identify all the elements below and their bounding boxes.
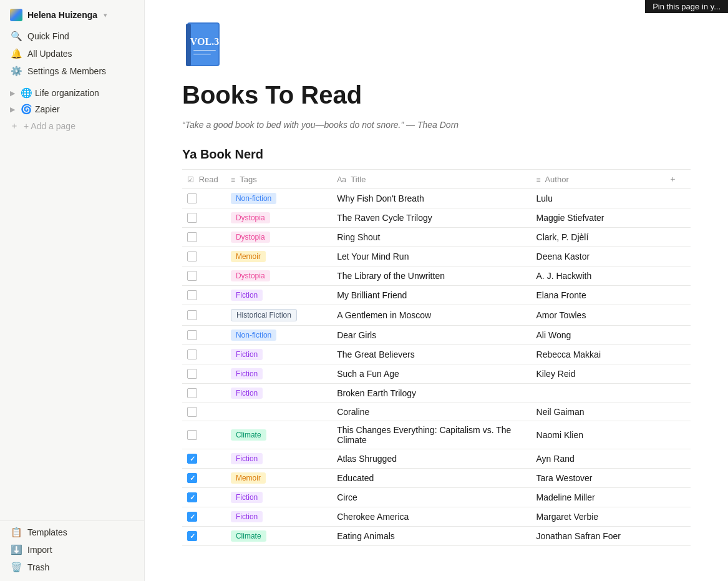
sidebar-item-all-updates[interactable]: 🔔 All Updates: [2, 45, 142, 62]
sidebar-item-label: Trash: [27, 562, 49, 572]
read-checkbox[interactable]: [187, 531, 197, 541]
table-row: Historical FictionA Gentlemen in MoscowA…: [182, 305, 691, 326]
books-table: ☑ Read ≡ Tags Aa Title ≡ Author ＋ Non-: [182, 169, 691, 546]
book-author: Rebecca Makkai: [531, 345, 664, 364]
book-title[interactable]: Such a Fun Age: [332, 364, 531, 384]
col-header-read: ☑ Read: [182, 170, 226, 189]
book-title[interactable]: This Changes Everything: Capitalism vs. …: [332, 421, 531, 449]
tag-badge: Fiction: [231, 511, 263, 522]
col-header-author: ≡ Author: [531, 170, 664, 189]
tag-badge: Fiction: [231, 349, 263, 360]
list-icon: ≡: [231, 175, 235, 184]
book-author: Madeline Miller: [531, 488, 664, 507]
add-page-label: + Add a page: [24, 121, 75, 131]
read-checkbox[interactable]: [187, 430, 197, 440]
sidebar-item-import[interactable]: ⬇️ Import: [2, 541, 142, 559]
book-author: Naomi Klien: [531, 421, 664, 449]
user-menu[interactable]: Helena Huizenga ▾: [2, 5, 142, 25]
book-title[interactable]: Broken Earth Trilogy: [332, 384, 531, 403]
book-title[interactable]: The Library of the Unwritten: [332, 266, 531, 286]
tag-badge: Memoir: [231, 251, 266, 262]
book-title[interactable]: Educated: [332, 469, 531, 488]
zapier-icon: 🌀: [20, 104, 32, 115]
book-title[interactable]: Let Your Mind Run: [332, 247, 531, 266]
sidebar: Helena Huizenga ▾ 🔍 Quick Find 🔔 All Upd…: [0, 0, 145, 581]
sidebar-item-label: Templates: [27, 527, 67, 537]
svg-text:VOL.3: VOL.3: [190, 36, 219, 47]
sidebar-item-trash[interactable]: 🗑️ Trash: [2, 559, 142, 576]
sidebar-item-label: All Updates: [27, 49, 72, 59]
read-checkbox[interactable]: [187, 330, 197, 340]
book-title[interactable]: Dear Girls: [332, 326, 531, 345]
book-author: Tara Westover: [531, 469, 664, 488]
table-row: ClimateThis Changes Everything: Capitali…: [182, 421, 691, 449]
table-row: DystopiaThe Library of the UnwrittenA. J…: [182, 266, 691, 286]
read-checkbox[interactable]: [187, 193, 197, 203]
book-title[interactable]: Why Fish Don't Breath: [332, 189, 531, 208]
page-title: Books To Read: [182, 80, 691, 110]
book-title[interactable]: The Raven Cycle Trilogy: [332, 208, 531, 228]
book-title[interactable]: Atlas Shrugged: [332, 449, 531, 469]
sidebar-item-settings[interactable]: ⚙️ Settings & Members: [2, 62, 142, 80]
text-icon: Aa: [337, 175, 346, 184]
read-checkbox[interactable]: [187, 310, 197, 320]
book-title[interactable]: Coraline: [332, 403, 531, 421]
read-checkbox[interactable]: [187, 454, 197, 464]
book-title[interactable]: Circe: [332, 488, 531, 507]
table-row: FictionCherokee AmericaMargaret Verbie: [182, 507, 691, 527]
chevron-right-icon: ▶: [7, 89, 17, 97]
book-author: Kiley Reid: [531, 364, 664, 384]
book-title[interactable]: Cherokee America: [332, 507, 531, 527]
tag-badge: Fiction: [231, 453, 263, 464]
pin-bar: Pin this page in y...: [645, 0, 728, 13]
table-row: MemoirEducatedTara Westover: [182, 469, 691, 488]
read-checkbox[interactable]: [187, 271, 197, 281]
sidebar-item-label: Zapier: [35, 104, 60, 114]
read-checkbox[interactable]: [187, 407, 197, 417]
user-avatar: [10, 9, 22, 21]
sidebar-item-templates[interactable]: 📋 Templates: [2, 524, 142, 541]
tag-badge: Dystopia: [231, 270, 270, 281]
book-author: Neil Gaiman: [531, 403, 664, 421]
read-checkbox[interactable]: [187, 213, 197, 223]
table-row: Non-fictionWhy Fish Don't BreathLulu: [182, 189, 691, 208]
read-checkbox[interactable]: [187, 349, 197, 359]
life-org-icon: 🌐: [20, 87, 32, 99]
read-checkbox[interactable]: [187, 369, 197, 379]
read-checkbox[interactable]: [187, 232, 197, 242]
add-page-button[interactable]: ＋ + Add a page: [2, 117, 142, 135]
sidebar-item-zapier[interactable]: ▶ 🌀 Zapier: [2, 101, 142, 117]
read-checkbox[interactable]: [187, 492, 197, 502]
book-author: Deena Kastor: [531, 247, 664, 266]
page-icon: VOL.3: [182, 20, 691, 72]
sidebar-item-quick-find[interactable]: 🔍 Quick Find: [2, 27, 142, 45]
book-title[interactable]: My Brilliant Friend: [332, 286, 531, 305]
table-row: MemoirLet Your Mind RunDeena Kastor: [182, 247, 691, 266]
trash-icon: 🗑️: [10, 562, 22, 573]
book-author: [531, 384, 664, 403]
tag-badge: Historical Fiction: [231, 309, 297, 321]
book-author: Ali Wong: [531, 326, 664, 345]
sidebar-item-life-org[interactable]: ▶ 🌐 Life organization: [2, 85, 142, 101]
book-title[interactable]: The Great Believers: [332, 345, 531, 364]
read-checkbox[interactable]: [187, 251, 197, 261]
gear-icon: ⚙️: [10, 66, 22, 77]
table-row: FictionCirceMadeline Miller: [182, 488, 691, 507]
book-title[interactable]: A Gentlemen in Moscow: [332, 305, 531, 326]
book-title[interactable]: Eating Animals: [332, 527, 531, 546]
tag-badge: Fiction: [231, 368, 263, 379]
col-header-tags: ≡ Tags: [226, 170, 332, 189]
read-checkbox[interactable]: [187, 388, 197, 398]
book-author: Ayn Rand: [531, 449, 664, 469]
book-title[interactable]: Ring Shout: [332, 228, 531, 247]
tag-badge: Dystopia: [231, 212, 270, 223]
read-checkbox[interactable]: [187, 473, 197, 483]
sidebar-item-label: Import: [27, 545, 52, 555]
read-checkbox[interactable]: [187, 512, 197, 522]
tag-badge: Memoir: [231, 472, 266, 484]
svg-rect-5: [193, 54, 211, 55]
chevron-down-icon: ▾: [104, 11, 107, 19]
book-author: Elana Fronte: [531, 286, 664, 305]
read-checkbox[interactable]: [187, 290, 197, 300]
add-column-button[interactable]: ＋: [664, 170, 691, 189]
